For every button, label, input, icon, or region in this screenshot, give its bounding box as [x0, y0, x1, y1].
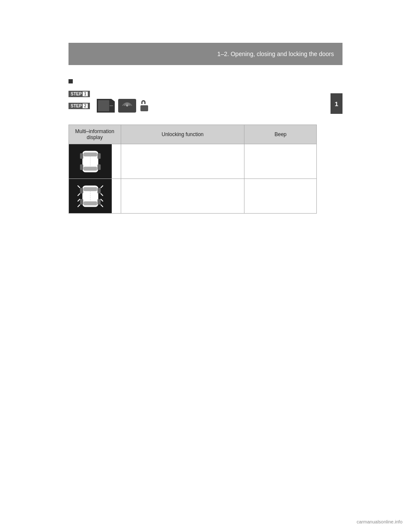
content-area: STEP 1 STEP 2 — [68, 71, 328, 214]
svg-point-4 — [126, 105, 128, 107]
car-top-view-1 — [77, 148, 103, 175]
svg-rect-19 — [98, 199, 101, 205]
svg-rect-6 — [83, 152, 97, 156]
svg-rect-17 — [98, 188, 101, 193]
step2-number: 2 — [83, 104, 88, 108]
section-number-tab: 1 — [331, 93, 342, 114]
watermark-text: carmanualsonline.info — [357, 519, 402, 524]
lock-icon — [140, 100, 149, 111]
unlocking-cell-2 — [121, 179, 244, 214]
step1-box: STEP 1 — [68, 91, 90, 97]
beep-cell-1 — [244, 144, 317, 179]
lock-shackle — [141, 100, 146, 104]
svg-rect-8 — [80, 153, 83, 159]
svg-line-28 — [101, 205, 103, 207]
section-number: 1 — [335, 100, 338, 107]
svg-line-25 — [77, 199, 80, 202]
square-bullet — [68, 79, 73, 83]
step1-number: 1 — [83, 92, 88, 96]
svg-line-21 — [77, 185, 80, 188]
lock-body — [140, 105, 148, 111]
step2-box: STEP 2 — [68, 103, 90, 109]
svg-rect-1 — [98, 100, 109, 111]
sensor-icon — [118, 99, 136, 113]
svg-rect-7 — [83, 166, 97, 170]
svg-rect-16 — [80, 188, 83, 193]
car-display-cell-1 — [69, 144, 121, 179]
svg-rect-18 — [80, 199, 83, 205]
svg-line-24 — [101, 193, 103, 196]
info-table: Multi–information display Unlocking func… — [68, 125, 317, 214]
svg-rect-14 — [83, 187, 97, 191]
svg-line-27 — [77, 205, 80, 207]
svg-rect-10 — [80, 164, 83, 170]
step2-label: STEP — [71, 104, 82, 108]
col-header-unlocking: Unlocking function — [121, 125, 244, 144]
header-title: 1–2. Opening, closing and locking the do… — [217, 51, 334, 57]
car-display-cell-2 — [69, 179, 121, 214]
table-row — [69, 144, 317, 179]
watermark: carmanualsonline.info — [357, 519, 402, 524]
car-image-1 — [69, 144, 112, 178]
beep-cell-2 — [244, 179, 317, 214]
step2-row: STEP 2 — [68, 99, 328, 113]
svg-rect-11 — [98, 164, 101, 170]
door-icon — [97, 99, 115, 113]
car-top-view-2 — [77, 182, 103, 210]
step1-label: STEP — [71, 92, 82, 96]
car-image-2 — [69, 179, 112, 213]
header-bar: 1–2. Opening, closing and locking the do… — [68, 43, 342, 65]
section-indicator — [68, 75, 328, 88]
col-header-beep: Beep — [244, 125, 317, 144]
step1-row: STEP 1 — [68, 91, 328, 97]
table-row — [69, 179, 317, 214]
svg-line-22 — [101, 185, 103, 188]
svg-rect-15 — [83, 201, 97, 205]
svg-line-26 — [101, 199, 103, 202]
unlocking-cell-1 — [121, 144, 244, 179]
svg-line-23 — [77, 193, 80, 196]
svg-rect-9 — [98, 153, 101, 159]
col-header-display: Multi–information display — [69, 125, 121, 144]
